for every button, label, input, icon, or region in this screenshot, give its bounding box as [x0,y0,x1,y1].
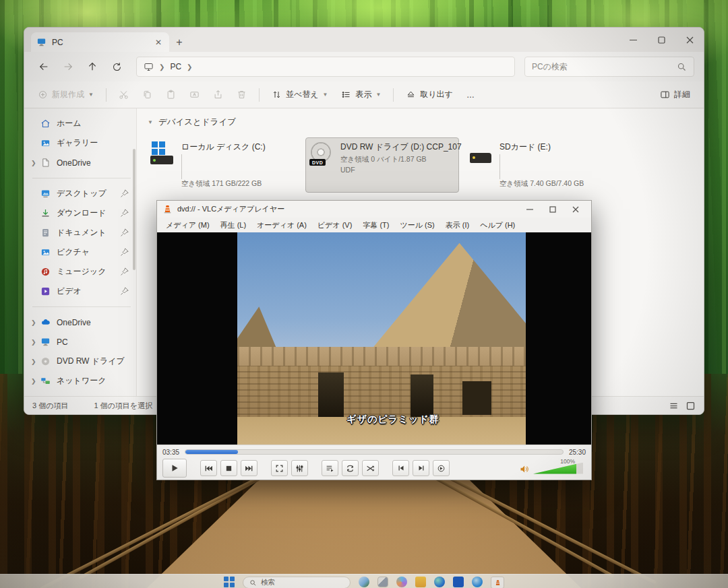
sidebar-item-gallery[interactable]: ギャラリー [30,133,133,153]
breadcrumb-pc[interactable]: PC [170,62,181,71]
drive-dvd-rw-d[interactable]: DVD DVD RW ドライブ (D:) CCP_107 空き領域 0 バイト/… [305,137,459,193]
sidebar-item-onedrive[interactable]: ❯ OneDrive [30,153,133,172]
toolbar-divider-2 [259,88,260,102]
monitor-icon [36,37,47,47]
menu-subtitle[interactable]: 字幕 (T) [358,219,394,232]
dvd-menu-button[interactable] [433,460,450,476]
pin-icon [119,247,129,257]
large-icons-view-icon[interactable] [686,401,696,411]
view-button[interactable]: 表示▼ [336,86,386,104]
more-options-button[interactable]: … [461,87,480,103]
sidebar-item-onedrive-tree[interactable]: ❯ OneDrive [30,313,133,332]
menu-audio[interactable]: オーディオ (A) [252,219,311,232]
vlc-title-bar[interactable]: dvd:// - VLCメディアプレイヤー [157,201,591,218]
sidebar-item-dvd-drive[interactable]: ❯ DVD RW ドライブ [30,352,133,371]
playlist-button[interactable] [322,460,338,476]
menu-video[interactable]: ビデオ (V) [313,219,357,232]
share-button[interactable] [208,86,229,103]
new-button[interactable]: 新規作成 ▼ [32,86,99,104]
rename-icon [189,90,200,100]
drive-sd-card-e[interactable]: SDカード (E:) 空き領域 7.40 GB/7.40 GB [464,137,618,193]
videos-icon [40,286,51,296]
menu-view[interactable]: 表示 (I) [441,219,474,232]
sidebar-item-downloads[interactable]: ダウンロード [30,203,133,223]
copy-button[interactable] [137,86,158,103]
next-button[interactable] [241,460,257,476]
cut-button[interactable] [113,86,134,103]
rename-button[interactable] [184,86,205,103]
video-doorway [462,381,491,415]
sidebar-item-home[interactable]: ホーム [30,114,133,133]
paste-button[interactable] [160,86,181,103]
store-icon[interactable] [453,577,464,587]
tab-close-icon[interactable]: ✕ [153,38,164,47]
file-explorer-icon[interactable] [415,577,426,587]
eject-button[interactable]: 取り出す [400,86,458,104]
fullscreen-button[interactable] [271,460,288,476]
sidebar-item-pc[interactable]: ❯ PC [30,332,133,352]
taskbar-search[interactable]: 検索 [243,577,351,588]
explorer-tab-pc[interactable]: PC ✕ [31,32,169,52]
sort-button[interactable]: 並べ替え▼ [266,86,333,104]
speaker-icon[interactable] [519,464,529,474]
delete-button[interactable] [231,86,252,103]
menu-playback[interactable]: 再生 (L) [216,219,251,232]
extended-settings-button[interactable] [291,460,308,476]
vlc-taskbar-icon[interactable] [491,577,504,588]
copilot-icon[interactable] [396,577,407,587]
cut-icon [119,90,129,100]
edge-icon[interactable] [434,577,445,587]
sidebar-item-documents[interactable]: ドキュメント [30,223,133,242]
vlc-minimize-button[interactable] [520,202,540,217]
random-button[interactable] [362,460,379,476]
loop-button[interactable] [342,460,359,476]
maximize-button[interactable] [647,28,675,52]
task-view-icon[interactable] [377,577,388,587]
sidebar-scrollbar[interactable] [133,149,135,270]
widgets-icon[interactable] [359,577,369,587]
search-box[interactable]: PCの検索 [524,57,694,77]
forward-button[interactable] [58,57,78,77]
play-button[interactable] [162,459,187,478]
vlc-menu-bar: メディア (M) 再生 (L) オーディオ (A) ビデオ (V) 字幕 (T)… [157,218,591,232]
refresh-button[interactable] [107,57,127,77]
menu-help[interactable]: ヘルプ (H) [475,219,520,232]
next-frame-button[interactable] [413,460,429,476]
sidebar-item-desktop[interactable]: デスクトップ [30,184,133,203]
sidebar-item-network[interactable]: ❯ ネットワーク [30,371,133,391]
close-button[interactable] [675,28,704,52]
section-devices-and-drives[interactable]: ▼ デバイスとドライブ [148,117,697,128]
copy-icon [142,90,152,100]
sidebar-item-music[interactable]: ミュージック [30,262,133,282]
breadcrumb-chevron: ❯ [159,63,164,71]
back-button[interactable] [34,57,54,77]
details-pane-button[interactable]: 詳細 [655,86,696,104]
previous-frame-button[interactable] [392,460,409,476]
drive-local-disk-c[interactable]: ローカル ディスク (C:) 空き領域 171 GB/222 GB [146,137,300,193]
address-bar[interactable]: ❯ PC ❯ [136,57,515,77]
this-pc-icon [144,62,154,72]
share-icon [213,90,223,100]
network-icon [40,376,51,386]
browser-icon[interactable] [472,577,483,587]
previous-button[interactable] [200,460,217,476]
up-button[interactable] [82,57,102,77]
sidebar-item-pictures[interactable]: ピクチャ [30,242,133,262]
vlc-controls: 03:35 25:30 100% [157,445,591,480]
menu-tools[interactable]: ツール (S) [395,219,439,232]
trash-icon [237,90,247,100]
toolbar-divider-3 [393,88,394,102]
minimize-button[interactable] [619,28,647,52]
new-tab-button[interactable]: + [169,32,189,52]
stop-button[interactable] [220,460,237,476]
seek-bar[interactable] [185,449,564,455]
vlc-video-area[interactable]: ギザのピラミッド群 [157,232,591,445]
sidebar-item-videos[interactable]: ビデオ [30,282,133,301]
details-view-icon[interactable] [669,401,679,411]
vlc-close-button[interactable] [566,202,586,217]
vlc-maximize-button[interactable] [543,202,563,217]
volume-slider[interactable] [533,463,583,474]
sidebar-divider [32,178,131,178]
menu-media[interactable]: メディア (M) [161,219,214,232]
start-button[interactable] [224,577,235,587]
